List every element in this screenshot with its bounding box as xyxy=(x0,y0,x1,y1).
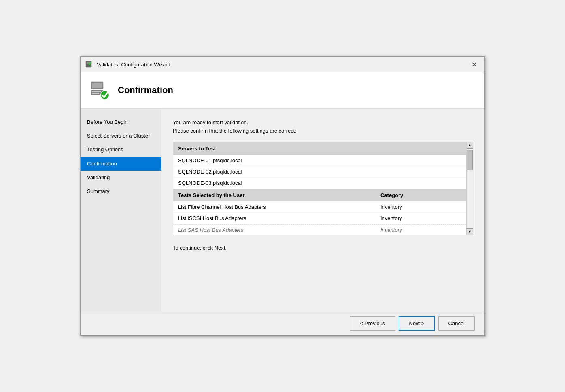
sidebar-item-validating[interactable]: Validating xyxy=(81,171,161,184)
test-category: Inventory xyxy=(380,204,461,210)
title-bar-left: Validate a Configuration Wizard xyxy=(85,60,170,68)
server-name: SQLNODE-01.pfsqldc.local xyxy=(178,157,242,163)
tests-header-label: Tests Selected by the User xyxy=(178,192,380,198)
sidebar-item-summary[interactable]: Summary xyxy=(81,184,161,198)
table-row: SQLNODE-03.pfsqldc.local xyxy=(173,178,466,189)
test-name: List SAS Host Bus Adapters xyxy=(178,227,380,233)
scrollbar[interactable]: ▲ ▼ xyxy=(466,142,473,235)
sidebar: Before You Begin Select Servers or a Clu… xyxy=(81,109,161,311)
test-name: List Fibre Channel Host Bus Adapters xyxy=(178,204,380,210)
intro-text: You are ready to start validation. Pleas… xyxy=(173,119,473,136)
footer-text: To continue, click Next. xyxy=(173,245,473,251)
test-category: Inventory xyxy=(380,215,461,221)
scroll-thumb[interactable] xyxy=(467,150,473,170)
table-row: List iSCSI Host Bus Adapters Inventory xyxy=(173,213,466,224)
header-section: Confirmation xyxy=(81,72,484,109)
sidebar-item-before-you-begin[interactable]: Before You Begin xyxy=(81,115,161,129)
sidebar-item-testing-options[interactable]: Testing Options xyxy=(81,143,161,157)
table-row: List Fibre Channel Host Bus Adapters Inv… xyxy=(173,201,466,213)
wizard-window: Validate a Configuration Wizard ✕ Confir… xyxy=(80,56,485,336)
header-wizard-icon xyxy=(90,81,110,100)
title-bar: Validate a Configuration Wizard ✕ xyxy=(81,57,484,72)
svg-rect-5 xyxy=(92,83,102,88)
tests-header: Tests Selected by the User Category xyxy=(173,189,466,201)
main-content: You are ready to start validation. Pleas… xyxy=(161,109,484,311)
test-category: Inventory xyxy=(380,227,461,233)
svg-rect-8 xyxy=(92,93,99,94)
bottom-bar: < Previous Next > Cancel xyxy=(81,311,484,335)
table-row: List SAS Host Bus Adapters Inventory xyxy=(173,224,466,235)
category-header-label: Category xyxy=(380,192,461,198)
sidebar-item-select-servers[interactable]: Select Servers or a Cluster xyxy=(81,129,161,143)
previous-button[interactable]: < Previous xyxy=(350,316,395,331)
svg-point-3 xyxy=(90,66,91,67)
scroll-up-button[interactable]: ▲ xyxy=(467,142,473,149)
table-row: SQLNODE-02.pfsqldc.local xyxy=(173,166,466,178)
wizard-title-icon xyxy=(85,60,93,68)
table-row: SQLNODE-01.pfsqldc.local xyxy=(173,155,466,166)
close-button[interactable]: ✕ xyxy=(468,60,480,69)
next-button[interactable]: Next > xyxy=(399,316,435,331)
servers-header: Servers to Test xyxy=(173,142,466,155)
page-title: Confirmation xyxy=(118,85,173,95)
server-name: SQLNODE-02.pfsqldc.local xyxy=(178,169,242,175)
cancel-button[interactable]: Cancel xyxy=(438,316,475,331)
content-area: Before You Begin Select Servers or a Clu… xyxy=(81,109,484,311)
intro-line1: You are ready to start validation. xyxy=(173,119,473,127)
intro-line2: Please confirm that the following settin… xyxy=(173,127,473,136)
server-name: SQLNODE-03.pfsqldc.local xyxy=(178,180,242,186)
svg-rect-7 xyxy=(92,91,101,92)
window-title: Validate a Configuration Wizard xyxy=(97,61,170,68)
scroll-down-button[interactable]: ▼ xyxy=(467,228,473,235)
settings-table: Servers to Test SQLNODE-01.pfsqldc.local… xyxy=(173,142,473,235)
sidebar-item-confirmation[interactable]: Confirmation xyxy=(81,157,161,171)
test-name: List iSCSI Host Bus Adapters xyxy=(178,215,380,221)
